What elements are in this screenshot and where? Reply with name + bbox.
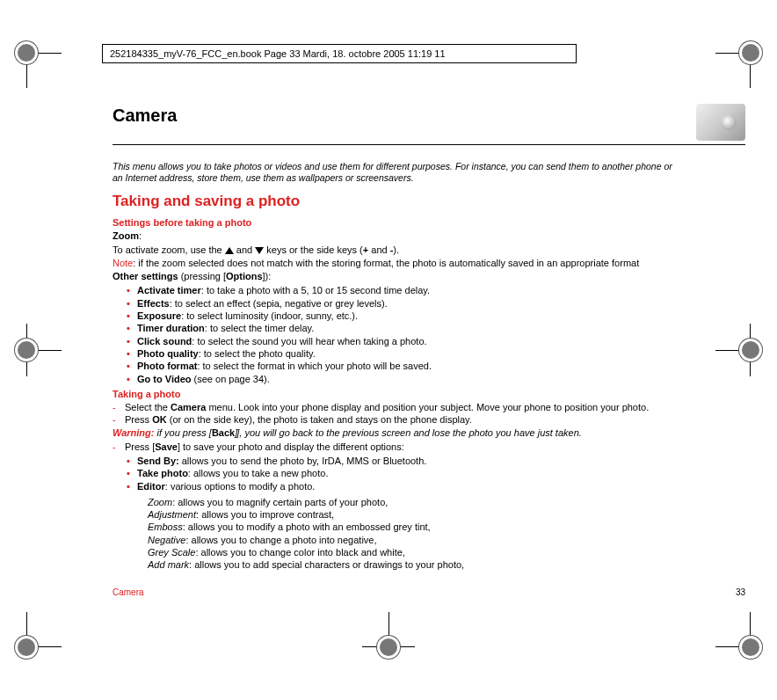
step-line: Select the Camera menu. Look into your p… — [113, 401, 745, 413]
crop-mark — [0, 26, 53, 79]
page-title: Camera — [113, 106, 177, 126]
list-item: Take photo: allows you to take a new pho… — [137, 467, 745, 479]
note-line: Note: if the zoom selected does not matc… — [113, 257, 745, 269]
editor-sub-item: Adjustment: allows you to improve contra… — [113, 508, 745, 521]
save-line: Press [Save] to save your photo and disp… — [113, 441, 745, 453]
crop-mark — [0, 621, 53, 674]
editor-sub-item: Zoom: allows you to magnify certain part… — [113, 496, 745, 508]
list-item: Timer duration: to select the timer dela… — [137, 322, 745, 334]
crop-mark — [724, 621, 777, 674]
list-item: Photo format: to select the format in wh… — [137, 360, 745, 372]
page-number: 33 — [736, 587, 745, 597]
step-line: Press OK (or on the side key), the photo… — [113, 413, 745, 426]
other-settings-line: Other settings (pressing [Options]): — [113, 270, 745, 282]
list-item: Go to Video (see on page 34). — [137, 373, 745, 385]
editor-sub-item: Negative: allows you to change a photo i… — [113, 534, 745, 546]
editor-sub-item: Emboss: allows you to modify a photo wit… — [113, 521, 745, 533]
save-options-list: Send By: allows you to send the photo by… — [113, 455, 745, 492]
editor-sub-item: Grey Scale: allows you to change color i… — [113, 546, 745, 558]
list-item: Photo quality: to select the photo quali… — [137, 347, 745, 360]
page-footer: Camera 33 — [113, 587, 745, 597]
zoom-label-line: Zoom: — [113, 230, 745, 242]
crop-mark — [724, 26, 777, 79]
editor-sub-item: Add mark: allows you to add special char… — [113, 558, 745, 571]
list-item: Activate timer: to take a photo with a 5… — [137, 284, 745, 296]
section-heading: Taking and saving a photo — [113, 193, 745, 210]
crop-mark — [362, 621, 415, 674]
triangle-up-icon — [225, 247, 234, 254]
list-item: Editor: various options to modify a phot… — [137, 480, 745, 492]
settings-subheading: Settings before taking a photo — [113, 217, 745, 228]
list-item: Send By: allows you to send the photo by… — [137, 455, 745, 467]
list-item: Click sound: to select the sound you wil… — [137, 335, 745, 347]
taking-subheading: Taking a photo — [113, 389, 745, 399]
intro-paragraph: This menu allows you to take photos or v… — [113, 161, 675, 184]
triangle-down-icon — [255, 247, 264, 254]
footer-section-name: Camera — [113, 587, 144, 597]
crop-mark — [0, 324, 53, 376]
zoom-instruction: To activate zoom, use the and keys or th… — [113, 244, 745, 256]
camera-icon — [696, 104, 745, 141]
warning-line: Warning: if you press [Back]], you will … — [113, 427, 745, 439]
list-item: Effects: to select an effect (sepia, neg… — [137, 297, 745, 310]
options-list: Activate timer: to take a photo with a 5… — [113, 284, 745, 384]
list-item: Exposure: to select luminosity (indoor, … — [137, 310, 745, 322]
page-content: Camera This menu allows you to take phot… — [113, 106, 745, 572]
page-header-bar: 252184335_myV-76_FCC_en.book Page 33 Mar… — [102, 44, 577, 63]
